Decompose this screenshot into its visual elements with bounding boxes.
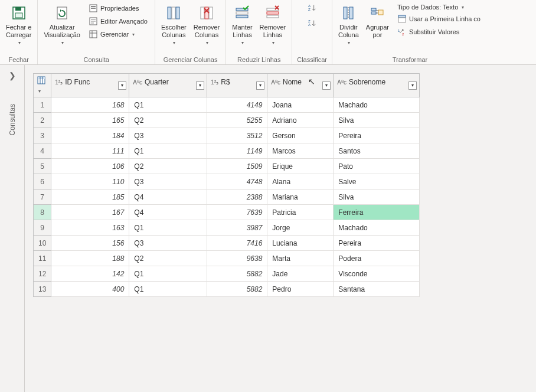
cell-quarter[interactable]: Q1	[129, 143, 207, 159]
sort-desc-button[interactable]: ZA	[305, 18, 319, 30]
cell-sobre[interactable]: Salve	[334, 174, 420, 190]
cell-rs[interactable]: 7416	[207, 236, 267, 251]
cell-id[interactable]: 184	[51, 128, 129, 143]
cell-sobre[interactable]: Silva	[334, 190, 420, 205]
cell-quarter[interactable]: Q1	[129, 220, 207, 236]
filter-button[interactable]: ▾	[196, 81, 204, 90]
replace-values-button[interactable]: 12 Substituir Valores	[395, 26, 483, 38]
cell-quarter[interactable]: Q3	[129, 174, 207, 190]
row-number-cell[interactable]: 10	[34, 236, 51, 251]
cell-quarter[interactable]: Q2	[129, 159, 207, 174]
cell-rs[interactable]: 9638	[207, 251, 267, 266]
cell-rs[interactable]: 2388	[207, 190, 267, 205]
cell-sobre[interactable]: Visconde	[334, 266, 420, 282]
cell-quarter[interactable]: Q4	[129, 190, 207, 205]
filter-button[interactable]: ▾	[118, 81, 126, 90]
filter-button[interactable]: ▾	[322, 81, 331, 90]
cell-quarter[interactable]: Q1	[129, 282, 207, 297]
close-and-load-button[interactable]: Fechar eCarregar▾	[5, 2, 32, 47]
column-header-idfunc[interactable]: 1²₃ID Func ▾	[51, 74, 129, 97]
row-number-cell[interactable]: 2	[34, 113, 51, 128]
properties-button[interactable]: Propriedades	[86, 2, 150, 14]
cell-sobre[interactable]: Pereira	[334, 128, 420, 143]
manage-button[interactable]: Gerenciar▾	[86, 28, 150, 40]
sidebar-expand-button[interactable]: ❯	[9, 71, 16, 80]
cell-rs[interactable]: 7639	[207, 205, 267, 220]
cell-id[interactable]: 168	[51, 97, 129, 113]
keep-rows-button[interactable]: ManterLinhas▾	[231, 2, 253, 47]
cell-nome[interactable]: Adriano	[267, 113, 334, 128]
row-number-cell[interactable]: 13	[34, 282, 51, 297]
cell-quarter[interactable]: Q4	[129, 205, 207, 220]
cell-nome[interactable]: Patricia	[267, 205, 334, 220]
table-row[interactable]: 10156Q37416LucianaPereira	[34, 236, 420, 251]
sort-asc-button[interactable]: AZ	[305, 2, 319, 14]
cell-rs[interactable]: 4149	[207, 97, 267, 113]
cell-sobre[interactable]: Silva	[334, 113, 420, 128]
table-row[interactable]: 13400Q15882PedroSantana	[34, 282, 420, 297]
cell-quarter[interactable]: Q1	[129, 266, 207, 282]
cell-rs[interactable]: 5255	[207, 113, 267, 128]
row-number-cell[interactable]: 3	[34, 128, 51, 143]
table-row[interactable]: 2165Q25255AdrianoSilva	[34, 113, 420, 128]
cell-id[interactable]: 156	[51, 236, 129, 251]
cell-sobre[interactable]: Machado	[334, 220, 420, 236]
table-row[interactable]: 6110Q34748AlanaSalve	[34, 174, 420, 190]
row-number-cell[interactable]: 9	[34, 220, 51, 236]
cell-nome[interactable]: Marta	[267, 251, 334, 266]
table-row[interactable]: 9163Q13987JorgeMachado	[34, 220, 420, 236]
cell-nome[interactable]: Mariana	[267, 190, 334, 205]
cell-id[interactable]: 106	[51, 159, 129, 174]
cell-nome[interactable]: Gerson	[267, 128, 334, 143]
table-row[interactable]: 4111Q11149MarcosSantos	[34, 143, 420, 159]
row-number-cell[interactable]: 8	[34, 205, 51, 220]
filter-button[interactable]: ▾	[256, 81, 264, 90]
column-header-rs[interactable]: 1²₃R$ ▾	[207, 74, 267, 97]
row-number-cell[interactable]: 4	[34, 143, 51, 159]
cell-quarter[interactable]: Q3	[129, 128, 207, 143]
row-number-cell[interactable]: 11	[34, 251, 51, 266]
row-number-cell[interactable]: 5	[34, 159, 51, 174]
sidebar-consultas-label[interactable]: Consultas	[8, 104, 17, 135]
table-row[interactable]: 1168Q14149JoanaMachado	[34, 97, 420, 113]
cell-rs[interactable]: 4748	[207, 174, 267, 190]
cell-quarter[interactable]: Q2	[129, 113, 207, 128]
table-row[interactable]: 8167Q47639PatriciaFerreira	[34, 205, 420, 220]
cell-nome[interactable]: Joana	[267, 97, 334, 113]
cell-rs[interactable]: 3512	[207, 128, 267, 143]
cell-id[interactable]: 167	[51, 205, 129, 220]
cell-rs[interactable]: 3987	[207, 220, 267, 236]
cell-nome[interactable]: Jorge	[267, 220, 334, 236]
first-row-header-button[interactable]: Usar a Primeira Linha co	[395, 13, 483, 25]
cell-id[interactable]: 188	[51, 251, 129, 266]
cell-nome[interactable]: Erique	[267, 159, 334, 174]
cell-id[interactable]: 165	[51, 113, 129, 128]
table-row[interactable]: 5106Q21509EriquePato	[34, 159, 420, 174]
choose-columns-button[interactable]: EscolherColunas▾	[160, 2, 188, 47]
cell-nome[interactable]: Jade	[267, 266, 334, 282]
table-row[interactable]: 12142Q15882JadeVisconde	[34, 266, 420, 282]
filter-button[interactable]: ▾	[408, 81, 417, 90]
cell-nome[interactable]: Pedro	[267, 282, 334, 297]
cell-id[interactable]: 111	[51, 143, 129, 159]
cell-rs[interactable]: 5882	[207, 282, 267, 297]
row-number-cell[interactable]: 1	[34, 97, 51, 113]
cell-id[interactable]: 400	[51, 282, 129, 297]
cell-sobre[interactable]: Santos	[334, 143, 420, 159]
table-row[interactable]: 7185Q42388MarianaSilva	[34, 190, 420, 205]
cell-sobre[interactable]: Santana	[334, 282, 420, 297]
remove-rows-button[interactable]: RemoverLinhas▾	[259, 2, 287, 47]
cell-rs[interactable]: 1149	[207, 143, 267, 159]
data-type-button[interactable]: Tipo de Dados: Texto▾	[395, 2, 483, 12]
cell-rs[interactable]: 5882	[207, 266, 267, 282]
cell-id[interactable]: 185	[51, 190, 129, 205]
cell-sobre[interactable]: Podera	[334, 251, 420, 266]
row-number-cell[interactable]: 6	[34, 174, 51, 190]
cell-nome[interactable]: Alana	[267, 174, 334, 190]
split-column-button[interactable]: DividirColuna▾	[337, 2, 360, 47]
row-number-cell[interactable]: 12	[34, 266, 51, 282]
cell-sobre[interactable]: Ferreira	[334, 205, 420, 220]
cell-quarter[interactable]: Q2	[129, 251, 207, 266]
cell-sobre[interactable]: Pereira	[334, 236, 420, 251]
cell-quarter[interactable]: Q3	[129, 236, 207, 251]
